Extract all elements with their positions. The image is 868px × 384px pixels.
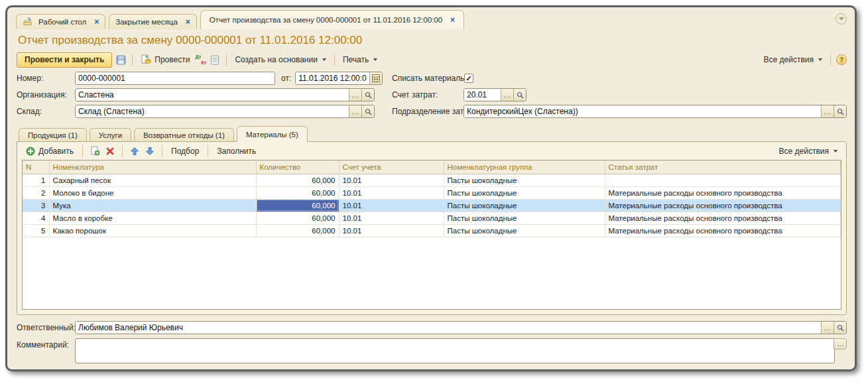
cell-nomenclature[interactable]: Мука [49, 199, 256, 212]
warehouse-select-button[interactable]: ... [349, 105, 361, 117]
cell-cost-item[interactable] [605, 174, 841, 186]
cell-n[interactable]: 2 [23, 186, 49, 199]
cell-group[interactable]: Пасты шоколадные [444, 199, 605, 212]
cell-nomenclature[interactable]: Масло в коробке [49, 212, 256, 224]
cell-quantity[interactable]: 60,000 [256, 212, 339, 224]
tab-returnable-waste[interactable]: Возвратные отходы (1) [134, 128, 234, 141]
column-header-account[interactable]: Счет учета [339, 160, 444, 174]
table-all-actions-button[interactable]: Все действия [776, 145, 840, 157]
date-input[interactable] [296, 72, 369, 84]
dropdown-caret-icon [322, 58, 326, 61]
column-header-group[interactable]: Номенклатурная группа [444, 160, 605, 174]
cell-account[interactable]: 10.01 [339, 224, 444, 237]
cost-account-input[interactable] [464, 89, 501, 101]
tab-list-button[interactable] [836, 13, 847, 25]
comment-expand-button[interactable]: ... [834, 338, 847, 350]
copy-row-button[interactable] [89, 145, 101, 157]
cell-quantity-selected[interactable]: 60,000 [256, 199, 339, 212]
organization-input[interactable] [76, 89, 349, 101]
cost-department-input[interactable] [464, 105, 821, 117]
cell-group[interactable]: Пасты шоколадные [444, 186, 605, 199]
delete-icon [106, 147, 114, 155]
cell-cost-item[interactable]: Материальные расходы основного производс… [605, 224, 841, 237]
warehouse-input[interactable] [76, 105, 349, 117]
organization-open-button[interactable] [361, 89, 374, 101]
cell-quantity[interactable]: 60,000 [256, 186, 339, 199]
cell-nomenclature[interactable]: Какао порошок [49, 224, 256, 237]
comment-field: ... [75, 338, 847, 363]
cost-department-select-button[interactable]: ... [821, 105, 834, 117]
cell-cost-item[interactable]: Материальные расходы основного производс… [605, 212, 841, 224]
dt-kt-postings-button[interactable]: Дт Кт [195, 54, 206, 65]
column-header-n[interactable]: N [23, 160, 49, 174]
post-and-close-button[interactable]: Провести и закрыть [17, 52, 112, 68]
fill-button[interactable]: Заполнить [214, 145, 259, 157]
help-button[interactable]: ? [836, 54, 847, 65]
dropdown-caret-icon [818, 58, 822, 61]
delete-row-button[interactable] [104, 145, 116, 157]
responsible-open-button[interactable] [834, 322, 846, 334]
table-row[interactable]: 2 Молоко в бидоне 60,000 10.01 Пасты шок… [23, 186, 841, 199]
report-button[interactable] [209, 54, 221, 66]
responsible-input[interactable] [76, 322, 821, 334]
all-actions-button[interactable]: Все действия [761, 54, 825, 66]
calendar-button[interactable] [369, 72, 382, 84]
cell-n[interactable]: 3 [23, 199, 49, 212]
number-input[interactable] [76, 72, 275, 84]
move-row-down-button[interactable] [144, 145, 156, 157]
cell-account[interactable]: 10.01 [339, 199, 444, 212]
form-row-responsible: Ответственный: ... [17, 321, 847, 334]
cell-account[interactable]: 10.01 [339, 174, 444, 186]
cell-n[interactable]: 1 [23, 174, 49, 186]
cost-account-select-button[interactable]: ... [501, 89, 513, 101]
cell-n[interactable]: 4 [23, 212, 49, 224]
cell-quantity[interactable]: 60,000 [256, 174, 339, 186]
cost-department-open-button[interactable] [834, 105, 846, 117]
cell-cost-item[interactable]: Материальные расходы основного производс… [605, 186, 841, 199]
warehouse-open-button[interactable] [361, 105, 374, 117]
page-title: Отчет производства за смену 0000-000001 … [18, 34, 847, 47]
cost-account-open-button[interactable] [513, 89, 526, 101]
cell-group[interactable]: Пасты шоколадные [444, 212, 605, 224]
writeoff-materials-checkbox[interactable]: ✓ [464, 74, 473, 83]
mdi-tab-production-report[interactable]: Отчет производства за смену 0000-000001 … [200, 10, 464, 29]
column-header-cost-item[interactable]: Статья затрат [605, 160, 841, 174]
table-row[interactable]: 5 Какао порошок 60,000 10.01 Пасты шокол… [23, 224, 841, 237]
toolbar-divider [82, 145, 83, 157]
column-header-quantity[interactable]: Количество [256, 160, 339, 174]
move-row-up-button[interactable] [129, 145, 141, 157]
organization-select-button[interactable]: ... [349, 89, 361, 101]
cell-nomenclature[interactable]: Сахарный песок [49, 174, 256, 186]
cell-quantity[interactable]: 60,000 [256, 224, 339, 237]
mdi-tab-desktop[interactable]: Рабочий стол × [16, 14, 105, 29]
cost-department-field: ... [464, 105, 847, 118]
table-row[interactable]: 1 Сахарный песок 60,000 10.01 Пасты шоко… [23, 174, 841, 186]
comment-input[interactable] [75, 338, 835, 363]
cell-group[interactable]: Пасты шоколадные [444, 224, 605, 237]
create-based-on-button[interactable]: Создать на основании [232, 54, 329, 66]
tab-products[interactable]: Продукция (1) [19, 128, 87, 141]
cell-account[interactable]: 10.01 [339, 212, 444, 224]
close-tab-icon[interactable]: × [186, 17, 190, 27]
close-tab-icon[interactable]: × [450, 15, 455, 25]
close-tab-icon[interactable]: × [94, 17, 99, 27]
pick-button[interactable]: Подбор [168, 145, 202, 157]
table-row-selected[interactable]: 3 Мука 60,000 10.01 Пасты шоколадные Мат… [23, 199, 841, 212]
responsible-select-button[interactable]: ... [821, 322, 834, 334]
add-row-button[interactable]: Добавить [23, 145, 76, 157]
save-button[interactable] [115, 54, 127, 66]
post-button[interactable]: Провести [138, 53, 192, 66]
cell-account[interactable]: 10.01 [339, 186, 444, 199]
mdi-tab-month-close[interactable]: Закрытие месяца × [109, 14, 197, 29]
tab-services[interactable]: Услуги [90, 128, 131, 141]
cell-group[interactable]: Пасты шоколадные [444, 174, 605, 186]
cell-nomenclature[interactable]: Молоко в бидоне [49, 186, 256, 199]
column-header-nomenclature[interactable]: Номенклатура [49, 160, 256, 174]
table-row[interactable]: 4 Масло в коробке 60,000 10.01 Пасты шок… [23, 212, 841, 224]
post-label: Провести [155, 55, 190, 64]
date-field [295, 72, 383, 85]
tab-materials[interactable]: Материалы (5) [237, 126, 308, 142]
cell-n[interactable]: 5 [23, 224, 49, 237]
cell-cost-item[interactable]: Материальные расходы основного производс… [605, 199, 841, 212]
print-button[interactable]: Печать [340, 54, 380, 66]
